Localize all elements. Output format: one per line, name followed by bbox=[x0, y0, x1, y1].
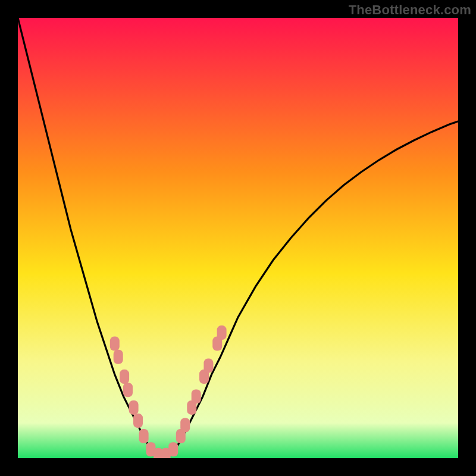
curve-marker bbox=[168, 442, 178, 456]
curve-marker bbox=[114, 350, 123, 364]
curve-marker bbox=[133, 414, 143, 428]
curve-marker bbox=[129, 400, 139, 415]
plot-svg bbox=[18, 18, 458, 458]
curve-marker bbox=[203, 359, 213, 373]
plot-area bbox=[18, 18, 458, 458]
watermark-text: TheBottleneck.com bbox=[349, 2, 471, 18]
curve-marker bbox=[110, 337, 120, 351]
curve-marker bbox=[217, 325, 227, 340]
curve-marker bbox=[192, 389, 201, 403]
curve-marker bbox=[180, 418, 190, 433]
gradient-background bbox=[18, 18, 458, 458]
curve-marker bbox=[120, 369, 129, 384]
chart-frame: TheBottleneck.com bbox=[0, 0, 476, 476]
curve-marker bbox=[123, 383, 133, 397]
curve-marker bbox=[139, 429, 149, 443]
